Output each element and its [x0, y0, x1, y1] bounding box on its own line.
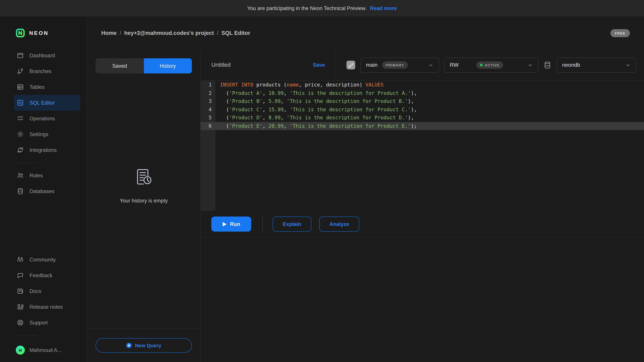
- new-query-button[interactable]: New Query: [96, 338, 192, 353]
- sidebar-item-tables[interactable]: Tables: [14, 79, 80, 95]
- sidebar-item-sql-editor[interactable]: SQL Editor: [14, 95, 80, 111]
- status-dot: [480, 64, 483, 66]
- read-more-link[interactable]: Read more: [370, 5, 397, 11]
- branches-icon: [17, 68, 24, 75]
- editor-actions: Run Explain Analyze: [200, 211, 644, 238]
- analyze-button[interactable]: Analyze: [319, 217, 359, 232]
- tables-icon: [17, 83, 24, 90]
- explain-button[interactable]: Explain: [273, 217, 311, 232]
- gear-icon: [17, 131, 24, 138]
- sidebar-item-branches[interactable]: Branches: [14, 63, 80, 79]
- line-number: 4: [200, 105, 215, 114]
- sidebar-divider: [16, 335, 37, 336]
- sidebar-divider: [16, 163, 37, 163]
- users-icon: [17, 172, 24, 179]
- code-line-6[interactable]: 6 ('Product E', 20.99, 'This is the desc…: [200, 122, 644, 130]
- empty-history-icon: [134, 168, 153, 186]
- code-line-1[interactable]: 1INSERT INTO products (name, price, desc…: [200, 81, 644, 89]
- code-line-2[interactable]: 2 ('Product A', 10.99, 'This is the desc…: [200, 89, 644, 97]
- code-line-4[interactable]: 4 ('Product C', 15.99, 'This is the desc…: [200, 105, 644, 114]
- sidebar: NEON DashboardBranchesTablesSQL EditorOp…: [0, 16, 87, 362]
- sidebar-item-feedback[interactable]: Feedback: [14, 268, 80, 283]
- sidebar-item-label: Branches: [30, 68, 52, 74]
- sidebar-item-operations[interactable]: Operations: [14, 111, 80, 126]
- sidebar-secondary-nav: CommunityFeedbackDocsRelease notesSuppor…: [0, 252, 87, 331]
- database-select[interactable]: neondb: [556, 57, 636, 72]
- primary-badge: PRIMARY: [382, 61, 408, 69]
- sidebar-item-label: Dashboard: [30, 52, 55, 58]
- breadcrumb-segment[interactable]: hey+2@mahmoud.codes's project: [124, 30, 214, 36]
- feedback-icon: [17, 272, 24, 279]
- code-line-3[interactable]: 3 ('Product B', 5.99, 'This is the descr…: [200, 97, 644, 105]
- line-number: 2: [200, 89, 215, 97]
- sidebar-item-community[interactable]: Community: [14, 252, 80, 268]
- sidebar-item-support[interactable]: Support: [14, 315, 80, 331]
- code-line-5[interactable]: 5 ('Product D', 8.99, 'This is the descr…: [200, 114, 644, 122]
- code-editor[interactable]: 1INSERT INTO products (name, price, desc…: [200, 81, 644, 211]
- branch-compute-button[interactable]: [346, 61, 355, 69]
- database-icon: [17, 188, 24, 195]
- database-name: neondb: [562, 62, 580, 68]
- saved-history-toggle: SavedHistory: [96, 58, 192, 73]
- new-query-label: New Query: [135, 343, 161, 348]
- sidebar-item-label: Roles: [30, 172, 43, 178]
- results-area: [200, 238, 644, 362]
- code-text: ('Product A', 10.99, 'This is the descri…: [215, 89, 417, 97]
- sidebar-item-docs[interactable]: Docs: [14, 283, 80, 299]
- sidebar-item-label: Databases: [30, 188, 54, 194]
- sidebar-item-databases[interactable]: Databases: [14, 183, 80, 199]
- sql-editor-panel: Untitled Save: [200, 50, 644, 362]
- line-number: 6: [200, 122, 215, 130]
- docs-icon: [17, 288, 24, 295]
- release-notes-icon: [17, 303, 24, 310]
- neon-logo[interactable]: NEON: [16, 28, 87, 37]
- branch-select[interactable]: main PRIMARY: [360, 57, 439, 72]
- line-number: 3: [200, 97, 215, 105]
- logo-wordmark: NEON: [29, 30, 49, 36]
- branch-name: main: [366, 62, 378, 68]
- active-badge-label: ACTIVE: [485, 63, 500, 67]
- chevron-down-icon: [626, 62, 630, 67]
- line-number: 1: [200, 81, 215, 89]
- actions-divider: [262, 217, 263, 231]
- active-badge: ACTIVE: [476, 61, 503, 69]
- sidebar-item-label: Community: [30, 257, 56, 263]
- tab-history[interactable]: History: [144, 58, 192, 73]
- sidebar-item-label: Release notes: [30, 304, 63, 310]
- user-name: Mahmoud A...: [30, 347, 62, 353]
- history-footer: New Query: [87, 328, 200, 362]
- code-text: ('Product D', 8.99, 'This is the descrip…: [215, 114, 414, 122]
- run-button[interactable]: Run: [211, 217, 251, 232]
- sidebar-item-label: Integrations: [30, 147, 57, 153]
- support-icon: [17, 319, 24, 326]
- history-empty-text: Your history is empty: [120, 198, 168, 204]
- user-menu[interactable]: M Mahmoud A...: [16, 346, 87, 355]
- neon-logo-icon: [16, 28, 25, 37]
- tab-saved[interactable]: Saved: [96, 58, 144, 73]
- sidebar-item-roles[interactable]: Roles: [14, 168, 80, 183]
- sidebar-item-settings[interactable]: Settings: [14, 126, 80, 142]
- code-text: ('Product E', 20.99, 'This is the descri…: [215, 122, 417, 130]
- sidebar-item-dashboard[interactable]: Dashboard: [14, 48, 80, 63]
- chevron-down-icon: [428, 62, 433, 67]
- sidebar-item-label: Settings: [30, 131, 48, 137]
- banner-text: You are participating in the Neon Techni…: [247, 5, 366, 11]
- compute-select[interactable]: RW ACTIVE: [444, 57, 538, 72]
- play-icon: [222, 222, 227, 226]
- sql-editor-icon: [17, 99, 24, 106]
- history-empty-state: Your history is empty: [87, 73, 200, 328]
- sidebar-item-label: Operations: [30, 115, 55, 121]
- history-panel: SavedHistory Your history is empty: [87, 50, 200, 362]
- integrations-icon: [17, 146, 24, 153]
- sidebar-item-release-notes[interactable]: Release notes: [14, 299, 80, 315]
- plan-badge: FREE: [610, 29, 630, 37]
- git-branch-icon: [348, 62, 354, 68]
- avatar: M: [16, 346, 25, 355]
- query-title[interactable]: Untitled: [211, 62, 230, 68]
- sidebar-item-integrations[interactable]: Integrations: [14, 142, 80, 158]
- sidebar-item-label: Feedback: [30, 272, 52, 278]
- editor-toolbar: Untitled Save: [200, 50, 644, 81]
- breadcrumb-segment[interactable]: Home: [101, 30, 117, 36]
- breadcrumb-segment: SQL Editor: [221, 30, 250, 36]
- save-button[interactable]: Save: [313, 62, 325, 68]
